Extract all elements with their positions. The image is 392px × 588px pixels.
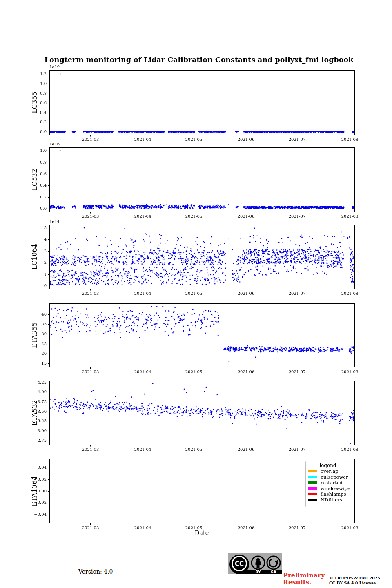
version-label: Version: 4.0 — [78, 568, 113, 575]
legend-item-restarted: restarted — [306, 480, 350, 486]
legend-item-NDfilters: NDfilters — [306, 497, 350, 503]
restarted-swatch — [308, 481, 317, 484]
attribution-person-icon — [252, 556, 265, 569]
figure-title: Longterm monitoring of Lidar Calibration… — [45, 56, 353, 64]
overlap-swatch — [308, 470, 317, 472]
svg-text:BY: BY — [256, 570, 261, 574]
copyright-line1: © TROPOS & FMI 2025. — [329, 576, 381, 581]
legend-item-overlap: overlap — [306, 468, 350, 474]
share-alike-icon — [267, 556, 280, 569]
NDfilters-swatch — [308, 499, 317, 501]
legend-item-pulsepower: pulsepower — [306, 474, 350, 480]
copyright-notice: © TROPOS & FMI 2025. CC BY SA 4.0 Licens… — [329, 576, 381, 585]
legend-items: overlappulsepowerrestartedwindowwipeflas… — [306, 468, 350, 503]
flashlamps-swatch — [308, 493, 317, 495]
legend-item-label: pulsepower — [321, 474, 348, 480]
lidar-monitoring-figure: Longterm monitoring of Lidar Calibration… — [0, 0, 392, 588]
legend-item-label: restarted — [321, 480, 343, 486]
legend-item-flashlamps: flashlamps — [306, 491, 350, 497]
y-axis-label-lc532: LC532 — [31, 169, 38, 190]
preliminary-line1: Preliminary — [283, 572, 325, 579]
preliminary-line2: Results. — [283, 579, 325, 586]
legend-box: legend overlappulsepowerrestartedwindoww… — [305, 461, 350, 507]
cc-by-sa-badge: CC BY SA — [228, 553, 282, 574]
preliminary-results-stamp: Preliminary Results. — [283, 572, 325, 586]
copyright-line2: CC BY SA 4.0 License. — [329, 581, 381, 586]
y-axis-label-lc355: LC355 — [31, 91, 38, 113]
pulsepower-swatch — [308, 476, 317, 478]
windowwipe-swatch — [308, 487, 317, 490]
legend-item-label: flashlamps — [321, 491, 346, 497]
legend-item-label: overlap — [321, 468, 339, 474]
svg-text:CC: CC — [235, 560, 244, 568]
x-axis-label-date: Date — [195, 530, 209, 536]
y-axis-label-eta355: ETA355 — [31, 322, 38, 348]
legend-item-label: NDfilters — [321, 497, 342, 503]
legend-item-label: windowwipe — [321, 486, 350, 491]
y-axis-label-eta1064: ETA1064 — [31, 476, 38, 506]
svg-text:SA: SA — [271, 570, 276, 574]
legend-item-windowwipe: windowwipe — [306, 486, 350, 491]
cc-logo-icon: CC — [229, 555, 249, 574]
legend-title: legend — [306, 463, 350, 468]
y-axis-label-lc1064: LC1064 — [31, 244, 38, 270]
y-axis-label-eta532: ETA532 — [31, 400, 38, 426]
